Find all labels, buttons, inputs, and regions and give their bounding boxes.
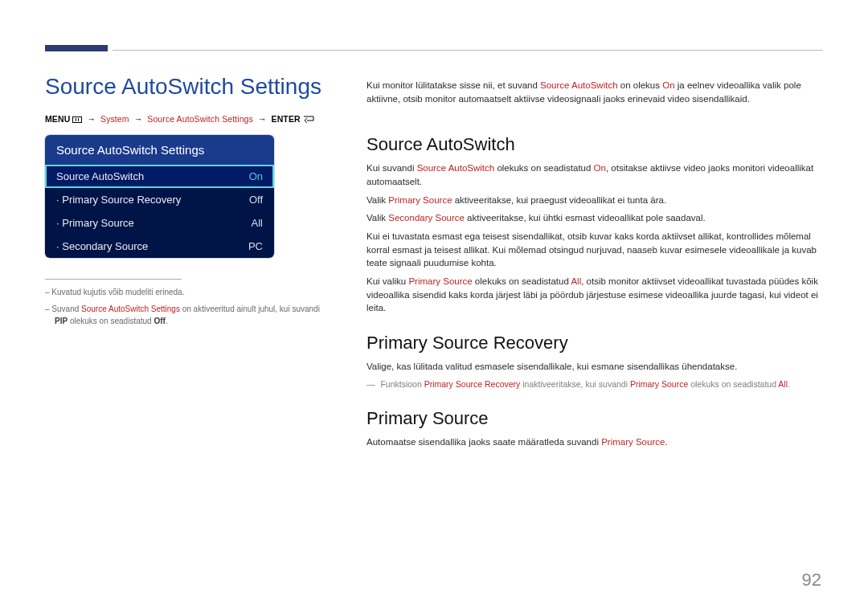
accent-bar [45, 45, 108, 51]
heading-source-autoswitch: Source AutoSwitch [366, 134, 823, 155]
osd-label: Secondary Source [56, 240, 148, 252]
page-number: 92 [802, 570, 821, 591]
bc-menu: MENU [45, 114, 70, 124]
bc-arrow: → [84, 114, 98, 124]
page: Source AutoSwitch Settings MENU → System… [0, 0, 868, 613]
osd-label: Primary Source Recovery [56, 194, 181, 206]
bc-arrow: → [256, 114, 269, 124]
osd-row-primary-source[interactable]: Primary Source All [45, 211, 274, 235]
bc-arrow: → [132, 114, 145, 124]
enter-icon [303, 116, 314, 124]
osd-value: PC [248, 240, 263, 252]
osd-row-secondary-source[interactable]: Secondary Source PC [45, 235, 274, 258]
sec2-p1: Valige, kas lülitada valitud esmasele si… [366, 360, 823, 374]
sec3-p1: Automaatse sisendallika jaoks saate määr… [366, 435, 823, 449]
heading-primary-recovery: Primary Source Recovery [366, 333, 823, 353]
bc-enter: ENTER [272, 114, 301, 124]
footnote-divider [45, 279, 182, 280]
breadcrumb: MENU → System → Source AutoSwitch Settin… [45, 114, 334, 124]
intro-para: Kui monitor lülitatakse sisse nii, et su… [366, 79, 823, 105]
left-column: Source AutoSwitch Settings MENU → System… [45, 74, 334, 332]
footnote-1: Kuvatud kujutis võib mudeliti erineda. [45, 286, 334, 298]
bc-sass: Source AutoSwitch Settings [147, 114, 253, 124]
right-column: Kui monitor lülitatakse sisse nii, et su… [366, 79, 823, 454]
osd-row-primary-recovery[interactable]: Primary Source Recovery Off [45, 188, 274, 211]
bc-system: System [100, 114, 129, 124]
osd-row-source-autoswitch[interactable]: Source AutoSwitch On [45, 165, 274, 188]
osd-label: Source AutoSwitch [56, 170, 144, 182]
sec1-p3: Valik Secondary Source aktiveeritakse, k… [366, 211, 823, 225]
heading-primary-source: Primary Source [366, 408, 823, 429]
sec1-p4: Kui ei tuvastata esmast ega teisest sise… [366, 230, 823, 270]
osd-menu-title: Source AutoSwitch Settings [45, 135, 274, 165]
sec1-p1: Kui suvandi Source AutoSwitch olekuks on… [366, 161, 823, 188]
osd-menu: Source AutoSwitch Settings Source AutoSw… [45, 135, 274, 258]
osd-value: All [252, 217, 263, 229]
sec2-note: Funktsioon Primary Source Recovery inakt… [366, 378, 823, 390]
page-title: Source AutoSwitch Settings [45, 74, 334, 100]
top-rule [113, 50, 823, 51]
menu-icon [72, 116, 82, 123]
osd-label: Primary Source [56, 217, 134, 229]
footnote-2: Suvand Source AutoSwitch Settings on akt… [45, 303, 334, 327]
sec1-p2: Valik Primary Source aktiveeritakse, kui… [366, 194, 823, 207]
sec1-p5: Kui valiku Primary Source olekuks on sea… [366, 275, 823, 315]
osd-value: Off [249, 194, 263, 206]
osd-value: On [249, 170, 263, 182]
